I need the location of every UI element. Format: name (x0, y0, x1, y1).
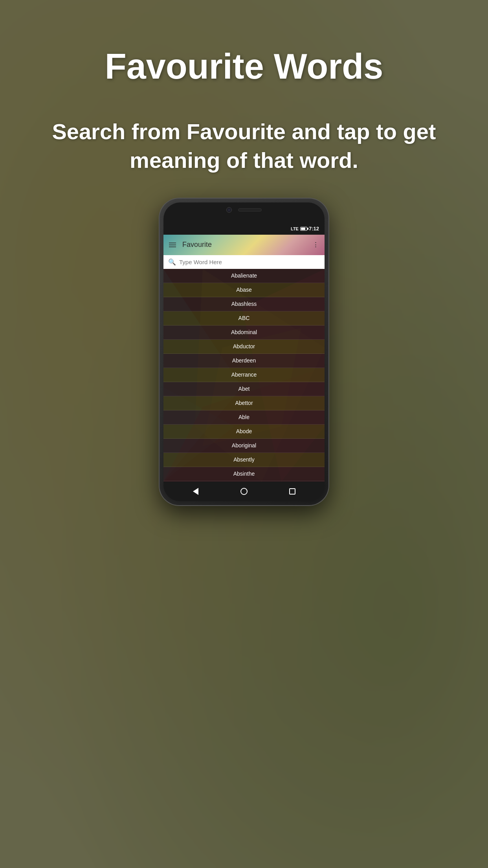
word-label: Abdominal (231, 329, 257, 335)
search-input[interactable] (179, 259, 320, 265)
list-item[interactable]: Aberrance (163, 368, 325, 382)
page-title: Favourite Words (105, 47, 383, 86)
word-label: Abase (236, 287, 252, 293)
list-item[interactable]: ABC (163, 311, 325, 326)
word-label: Aberrance (231, 371, 257, 378)
list-item[interactable]: Abet (163, 382, 325, 396)
home-button[interactable] (237, 484, 251, 498)
search-icon: 🔍 (168, 258, 176, 266)
list-item[interactable]: Abalienate (163, 269, 325, 283)
word-list-container: AbalienateAbaseAbashlessABCAbdominalAbdu… (163, 269, 325, 482)
list-item[interactable]: Abductor (163, 340, 325, 354)
camera (226, 207, 232, 213)
word-label: Abettor (235, 400, 253, 406)
list-item[interactable]: Abdominal (163, 326, 325, 340)
share-icon[interactable]: ⋮ (312, 241, 319, 249)
list-item[interactable]: Abode (163, 425, 325, 439)
lte-indicator: LTE (291, 226, 299, 231)
speaker (238, 208, 262, 211)
list-item[interactable]: Abettor (163, 396, 325, 410)
back-button[interactable] (189, 484, 203, 498)
list-item[interactable]: Aboriginal (163, 439, 325, 453)
home-icon (240, 488, 248, 495)
app-toolbar: Favourite ⋮ (163, 235, 325, 255)
word-label: Abet (238, 386, 250, 392)
time-display: 7:12 (309, 226, 319, 232)
word-label: Absinthe (233, 471, 255, 477)
word-label: Abode (236, 428, 252, 434)
recent-icon (289, 488, 295, 495)
menu-icon[interactable] (169, 243, 176, 247)
status-bar: LTE 7:12 (163, 223, 325, 235)
word-label: Aboriginal (232, 442, 256, 449)
word-label: Abductor (233, 343, 255, 349)
back-icon (193, 488, 198, 495)
list-item[interactable]: Abashless (163, 297, 325, 311)
word-label: Aberdeen (232, 357, 256, 364)
list-item[interactable]: Absently (163, 453, 325, 467)
list-item[interactable]: Able (163, 410, 325, 425)
word-label: Abashless (231, 301, 257, 307)
list-item[interactable]: Absinthe (163, 467, 325, 481)
word-label: Abalienate (231, 272, 257, 279)
navigation-bar (163, 482, 325, 501)
list-item[interactable]: Abase (163, 283, 325, 297)
battery-icon (300, 227, 307, 231)
search-bar[interactable]: 🔍 (163, 255, 325, 269)
word-label: Absently (233, 456, 255, 463)
phone-top-decoration (226, 207, 262, 213)
recent-button[interactable] (285, 484, 299, 498)
word-label: ABC (238, 315, 250, 321)
phone-mockup: LTE 7:12 (160, 199, 328, 505)
word-list: AbalienateAbaseAbashlessABCAbdominalAbdu… (163, 269, 325, 481)
toolbar-title: Favourite (182, 241, 312, 249)
word-label: Able (238, 414, 250, 420)
page-subtitle: Search from Favourite and tap to get mea… (0, 118, 488, 175)
list-item[interactable]: Aberdeen (163, 354, 325, 368)
